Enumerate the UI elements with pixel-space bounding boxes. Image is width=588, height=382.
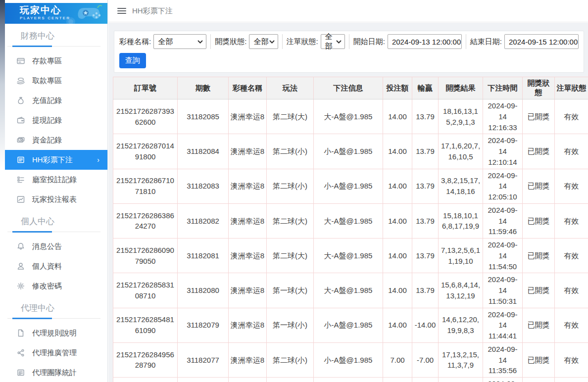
lottery-name-select[interactable]: 全部 [153, 34, 206, 49]
column-header: 期數 [178, 77, 229, 99]
table-cell: 已開獎 [523, 239, 555, 273]
table-row: 215217262863862427031182082澳洲幸运8第二球(大)大-… [113, 203, 588, 238]
table-cell: 有效 [555, 134, 588, 169]
table-header-row: 訂單號期數彩種名稱玩法下注信息投注額輸贏開獎結果下注時間開獎狀態注單狀態 [113, 77, 588, 99]
start-date-input[interactable]: 2024-09-13 12:00:00 [388, 34, 462, 49]
end-date-label: 結束日期: [470, 37, 502, 47]
table-cell: 大-A盤@1.985 [314, 273, 383, 308]
deposit-card-icon [16, 56, 25, 65]
table-cell: 7.00 [383, 378, 412, 382]
table-cell: 13.79 [412, 99, 439, 134]
table-cell: 2152172628739362600 [113, 99, 178, 134]
column-header: 下注信息 [314, 77, 383, 99]
table-cell: 14.00 [383, 308, 412, 342]
sidebar-item-label: 取款專區 [32, 76, 62, 86]
wallet-icon [16, 116, 25, 125]
table-cell: 第二球(小) [267, 169, 314, 203]
column-header: 彩種名稱 [229, 77, 267, 99]
table-body: 215217262873936260031182085澳洲幸运8第二球(大)大-… [113, 99, 588, 382]
table-row: 215217262854816109031182079澳洲幸运8第一球(小)小-… [113, 308, 588, 342]
draw-status-label: 開獎狀態: [215, 37, 246, 47]
table-cell: 澳洲幸运8 [229, 273, 267, 308]
table-cell: 14,6,12,20,19,9,8,3 [439, 308, 483, 342]
column-header: 下注時間 [483, 77, 523, 99]
sidebar-item-share[interactable]: 代理推廣管理 [5, 343, 107, 363]
table-cell: 小-A盤@1.985 [314, 169, 383, 203]
table-cell: 有效 [555, 203, 588, 238]
table-cell: 澳洲幸运8 [229, 378, 267, 382]
file-icon [16, 329, 25, 337]
table-cell: 澳洲幸运8 [229, 99, 267, 134]
withdraw-hand-icon [16, 76, 25, 85]
main-content: 彩種名稱: 全部 開獎狀態: 全部 注單狀態: 全部 [108, 23, 588, 382]
table-cell: 13.79 [412, 273, 439, 308]
table-cell: 有效 [555, 342, 588, 377]
table-cell: 14.00 [383, 99, 412, 134]
table-cell: 第二球(大) [267, 99, 314, 134]
table-cell: 已開獎 [523, 342, 555, 377]
start-date-label: 開始日期: [353, 37, 385, 47]
table-cell: 大-A盤@1.985 [314, 99, 383, 134]
sidebar-item-bell[interactable]: 消息公告 [5, 237, 107, 256]
page-title: HH彩票下注 [132, 6, 173, 16]
draw-status-select[interactable]: 全部 [249, 34, 278, 49]
sidebar-item-label: HH彩票下注 [32, 155, 73, 165]
sidebar-item-file[interactable]: 代理規則說明 [5, 323, 107, 343]
table-row: 215217262846475988031182076澳洲幸运8第三球(大)大-… [113, 378, 588, 382]
search-button[interactable]: 查詢 [119, 53, 146, 68]
sidebar-item-label: 存款專區 [32, 56, 62, 66]
table-cell: 13.79 [412, 239, 439, 273]
table-cell: 2024-09-14 12:10:14 [483, 134, 523, 169]
sidebar-section-title: 財務中心 [5, 24, 107, 44]
sidebar-item-report-chart[interactable]: 玩家投注報表 [5, 190, 107, 209]
sidebar-item-lottery-list[interactable]: HH彩票下注› [5, 150, 107, 170]
end-date-input[interactable]: 2024-09-15 12:00:00 [504, 34, 579, 49]
sidebar-item-money-bag[interactable]: 充值記錄 [5, 91, 107, 110]
table-row: 215217262867107181031182083澳洲幸运8第二球(小)小-… [113, 169, 588, 203]
table-cell: 31182082 [178, 203, 229, 238]
table-cell: 15,18,10,16,8,17,19,9 [439, 203, 483, 238]
table-cell: 7.00 [383, 342, 412, 377]
sidebar-item-user[interactable]: 個人資料 [5, 256, 107, 276]
sidebar-item-label: 提現記錄 [32, 116, 62, 125]
table-cell: 31182084 [178, 134, 229, 169]
section-divider [7, 46, 100, 47]
table-cell: 第三球(大) [267, 378, 314, 382]
sidebar-section-title: 代理中心 [5, 296, 107, 316]
table-cell: 14.00 [383, 273, 412, 308]
sidebar-item-gear[interactable]: 修改密碼 [5, 276, 107, 296]
order-status-select[interactable]: 全部 [321, 34, 345, 49]
sidebar-item-withdraw-hand[interactable]: 取款專區 [5, 71, 107, 91]
menu-toggle-icon[interactable] [117, 6, 126, 15]
table-cell: 2152172628609079050 [113, 239, 178, 273]
sidebar-item-deposit-card[interactable]: 存款專區 [5, 51, 107, 71]
sidebar-item-label: 代理團隊統計 [32, 368, 77, 378]
table-row: 215217262858310871031182080澳洲幸运8第一球(大)大-… [113, 273, 588, 308]
table-cell: 大-A盤@1.985 [314, 378, 383, 382]
table-cell: 2152172628495628790 [113, 342, 178, 377]
chevron-down-icon [336, 40, 342, 44]
sidebar-item-label: 玩家投注報表 [32, 195, 77, 204]
table-cell: 2152172628548161090 [113, 308, 178, 342]
sidebar-item-stats[interactable]: 代理團隊統計 [5, 363, 107, 382]
chevron-down-icon [269, 40, 275, 44]
table-cell: 第一球(小) [267, 308, 314, 342]
table-cell: 14.00 [383, 134, 412, 169]
share-icon [16, 348, 25, 357]
stats-icon [16, 368, 25, 377]
lottery-name-label: 彩種名稱: [119, 37, 151, 47]
sidebar-item-wallet[interactable]: 提現記錄 [5, 110, 107, 130]
table-cell: 9,6,3,14,11,12,13,2 [439, 378, 483, 382]
table-cell: 3,8,2,15,17,14,18,16 [439, 169, 483, 203]
table-cell: 14.00 [383, 169, 412, 203]
table-cell: 澳洲幸运8 [229, 169, 267, 203]
table-cell: 15,6,8,4,14,13,12,19 [439, 273, 483, 308]
table-cell: 2152172628583108710 [113, 273, 178, 308]
table-cell: 小-A盤@1.985 [314, 342, 383, 377]
app-logo: 玩家中心 PLAYERS CENTER [5, 3, 107, 24]
column-header: 開獎狀態 [523, 77, 555, 99]
sidebar-item-cash-record[interactable]: 資金記錄 [5, 130, 107, 150]
sidebar-section-title: 個人中心 [5, 209, 107, 229]
sidebar-item-room-record[interactable]: 廳室投註記錄 [5, 170, 107, 190]
table-cell: 大-A盤@1.985 [314, 239, 383, 273]
